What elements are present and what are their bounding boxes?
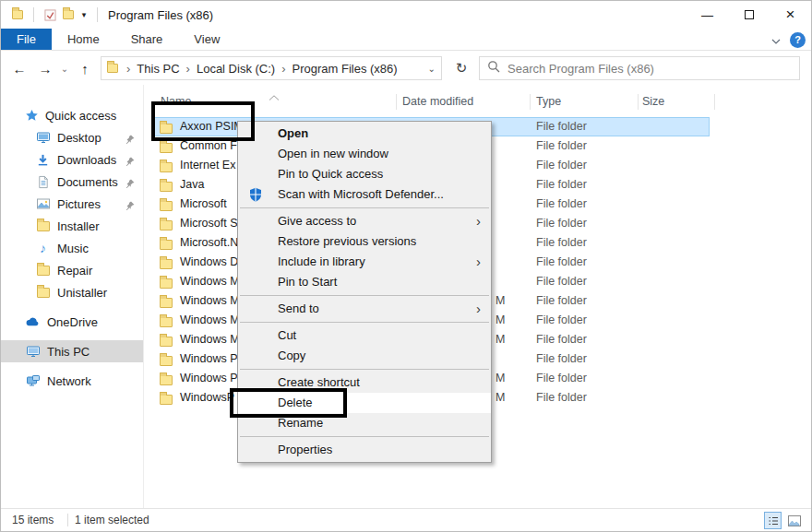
folder-icon <box>35 219 51 234</box>
menu-item-open[interactable]: Open <box>238 124 491 144</box>
network-icon <box>25 373 41 389</box>
menu-item-delete[interactable]: Delete <box>238 393 491 413</box>
thumbnails-view-button[interactable] <box>785 512 803 529</box>
file-name: Windows D <box>180 253 238 272</box>
column-divider[interactable] <box>530 94 531 110</box>
menu-item-label: Restore previous versions <box>278 234 416 248</box>
pin-icon <box>125 199 135 213</box>
menu-item-send-to[interactable]: Send to› <box>238 299 491 319</box>
folder-icon <box>160 353 173 370</box>
menu-item-scan-with-defender[interactable]: Scan with Microsoft Defender... <box>238 184 491 205</box>
address-bar[interactable]: › This PC › Local Disk (C:) › Program Fi… <box>101 56 442 80</box>
back-button[interactable]: ← <box>8 52 30 85</box>
search-input[interactable] <box>508 62 792 76</box>
file-name: Microsoft S <box>180 214 238 233</box>
file-type: File folder <box>536 195 587 214</box>
tab-share[interactable]: Share <box>115 29 179 50</box>
sidebar-item-downloads[interactable]: Downloads <box>1 148 143 171</box>
sidebar-item-music[interactable]: ♪ Music <box>1 237 143 259</box>
menu-item-restore-previous-versions[interactable]: Restore previous versions <box>238 231 491 252</box>
pin-icon <box>125 177 135 191</box>
file-type: File folder <box>536 369 587 388</box>
breadcrumb-local-disk[interactable]: Local Disk (C:) <box>197 62 275 76</box>
folder-icon <box>160 256 173 273</box>
window-title: Program Files (x86) <box>108 8 213 22</box>
ribbon-right-controls: ? <box>771 29 806 51</box>
titlebar-divider <box>33 7 34 22</box>
menu-item-pin-to-quick-access[interactable]: Pin to Quick access <box>238 164 491 184</box>
menu-item-label: Open <box>278 126 308 140</box>
sidebar-item-unistaller[interactable]: Unistaller <box>1 281 143 303</box>
window-controls: — × <box>687 1 811 29</box>
menu-item-rename[interactable]: Rename <box>238 413 491 433</box>
tab-view[interactable]: View <box>178 29 235 50</box>
menu-item-include-in-library[interactable]: Include in library› <box>238 252 491 272</box>
up-button[interactable]: ↑ <box>75 52 95 85</box>
menu-item-properties[interactable]: Properties <box>238 440 491 460</box>
minimize-button[interactable]: — <box>687 1 728 29</box>
file-type: File folder <box>536 214 587 233</box>
breadcrumb-program-files[interactable]: Program Files (x86) <box>293 62 398 76</box>
tab-file[interactable]: File <box>1 29 52 50</box>
submenu-arrow-icon: › <box>476 252 481 272</box>
submenu-arrow-icon: › <box>476 211 481 231</box>
file-type: File folder <box>536 156 587 175</box>
menu-item-label: Send to <box>278 301 319 315</box>
file-name: WindowsP <box>180 388 234 408</box>
column-header-size[interactable]: Size <box>642 90 664 112</box>
sidebar-item-label: Music <box>57 242 89 255</box>
menu-separator <box>240 207 489 208</box>
maximize-button[interactable] <box>728 1 770 29</box>
sidebar-item-network[interactable]: Network <box>1 370 143 392</box>
breadcrumb-separator: › <box>126 62 130 76</box>
file-name: Microsoft <box>180 195 227 214</box>
menu-item-open-in-new-window[interactable]: Open in new window <box>238 144 491 164</box>
column-divider[interactable] <box>714 94 715 110</box>
qat-properties-check-icon[interactable] <box>41 5 59 25</box>
column-header-date-modified[interactable]: Date modified <box>402 90 473 112</box>
sidebar-item-repair[interactable]: Repair <box>1 259 143 281</box>
menu-item-label: Give access to <box>278 214 356 228</box>
navigation-pane: Quick access Desktop Downloads Documents… <box>1 85 144 508</box>
sidebar-item-documents[interactable]: Documents <box>1 171 143 193</box>
collapse-ribbon-icon[interactable] <box>771 31 781 48</box>
folder-icon <box>160 140 173 157</box>
menu-item-label: Delete <box>278 396 313 409</box>
sidebar-item-pictures[interactable]: Pictures <box>1 193 143 215</box>
qat-customize-dropdown-icon[interactable]: ▾ <box>78 10 90 19</box>
address-dropdown-icon[interactable]: ⌄ <box>428 64 436 74</box>
menu-item-give-access-to[interactable]: Give access to› <box>238 211 491 231</box>
sidebar-item-desktop[interactable]: Desktop <box>1 126 143 148</box>
tab-home[interactable]: Home <box>52 29 115 50</box>
file-name: Windows M <box>180 311 240 330</box>
sort-ascending-icon[interactable] <box>269 88 280 104</box>
column-header-name[interactable]: Name <box>161 90 191 112</box>
qat-new-folder-icon[interactable] <box>59 5 78 25</box>
sidebar-item-quick-access[interactable]: Quick access <box>1 104 143 126</box>
file-name: Axxon PSIM <box>180 117 244 136</box>
sidebar-item-this-pc[interactable]: This PC <box>1 340 143 362</box>
close-button[interactable]: × <box>770 1 811 29</box>
column-divider[interactable] <box>396 94 397 110</box>
recent-locations-dropdown-icon[interactable]: ⌄ <box>58 52 71 85</box>
folder-icon <box>160 179 173 195</box>
menu-item-cut[interactable]: Cut <box>238 325 491 346</box>
sidebar-item-installer[interactable]: Installer <box>1 215 143 237</box>
pin-icon <box>125 133 135 147</box>
downloads-icon <box>35 152 51 168</box>
column-header-type[interactable]: Type <box>536 90 561 112</box>
file-name: Windows P <box>180 369 238 388</box>
forward-button[interactable]: → <box>34 52 56 85</box>
file-name: Java <box>180 175 204 195</box>
column-divider[interactable] <box>638 94 639 110</box>
search-box[interactable] <box>479 56 800 80</box>
breadcrumb-this-pc[interactable]: This PC <box>137 62 179 76</box>
help-icon[interactable]: ? <box>790 32 806 48</box>
menu-item-copy[interactable]: Copy <box>238 346 491 366</box>
details-view-button[interactable] <box>764 512 782 529</box>
refresh-button[interactable]: ↻ <box>449 56 473 80</box>
sidebar-item-onedrive[interactable]: OneDrive <box>1 311 143 333</box>
menu-item-pin-to-start[interactable]: Pin to Start <box>238 272 491 292</box>
menu-item-create-shortcut[interactable]: Create shortcut <box>238 372 491 393</box>
menu-item-label: Copy <box>278 349 305 362</box>
